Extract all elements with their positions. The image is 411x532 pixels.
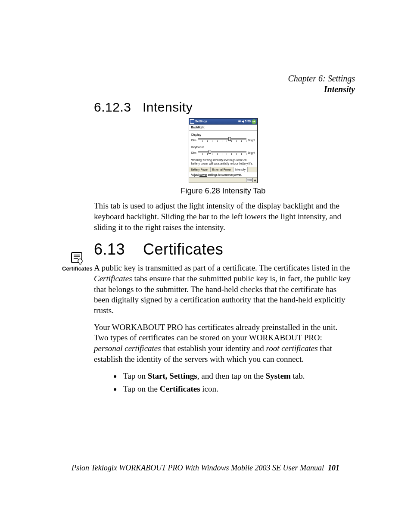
device-top-title: Settings bbox=[195, 120, 207, 123]
display-group-label: Display bbox=[191, 133, 255, 137]
keyboard-bright-label: Bright bbox=[248, 151, 255, 154]
figure-caption: Figure 6.28 Intensity Tab bbox=[94, 187, 352, 196]
paragraph-cert-1: A public key is transmitted as part of a… bbox=[94, 263, 352, 316]
figure-block: Settings ⇄ ◀ 5:59 ok Backlight Display D… bbox=[94, 118, 352, 196]
heading-6-12-3: 6.12.3 Intensity bbox=[94, 100, 352, 115]
device-power-link[interactable]: Adjust power settings to conserve power. bbox=[189, 172, 257, 177]
svg-point-4 bbox=[78, 259, 82, 263]
heading-title: Intensity bbox=[143, 100, 193, 114]
keyboard-group-label: Keyboard bbox=[191, 146, 255, 149]
margin-certificates-icon: Certificates bbox=[62, 252, 92, 272]
device-clock: 5:59 bbox=[245, 120, 251, 123]
heading-6-13: 6.13 Certificates bbox=[94, 240, 352, 258]
keyboard-dim-label: Dim bbox=[191, 151, 196, 154]
start-icon[interactable] bbox=[190, 119, 194, 124]
margin-icon-label: Certificates bbox=[62, 265, 92, 272]
device-tabs: Battery Power External Power Intensity bbox=[189, 167, 257, 172]
page-footer: Psion Teklogix WORKABOUT PRO With Window… bbox=[0, 464, 411, 473]
heading-number: 6.13 bbox=[94, 240, 125, 258]
ok-button[interactable]: ok bbox=[252, 119, 256, 124]
header-section: Intensity bbox=[288, 84, 355, 95]
header-chapter: Chapter 6: Settings bbox=[288, 73, 355, 84]
sip-menu-arrow-icon[interactable] bbox=[254, 179, 256, 181]
paragraph-intensity: This tab is used to adjust the light int… bbox=[94, 201, 352, 233]
list-item: Tap on Start, Settings, and then tap on … bbox=[121, 371, 352, 382]
volume-icon[interactable]: ◀ bbox=[242, 120, 244, 123]
tab-external-power[interactable]: External Power bbox=[211, 167, 234, 172]
footer-text: Psion Teklogix WORKABOUT PRO With Window… bbox=[72, 464, 324, 472]
page-number: 101 bbox=[328, 464, 339, 472]
display-bright-label: Bright bbox=[248, 139, 255, 142]
display-intensity-slider[interactable] bbox=[198, 137, 246, 143]
display-dim-label: Dim bbox=[191, 139, 196, 142]
keyboard-sip-icon[interactable] bbox=[246, 178, 253, 182]
connectivity-icon[interactable]: ⇄ bbox=[238, 120, 241, 123]
tab-battery-power[interactable]: Battery Power bbox=[189, 167, 211, 172]
device-topbar: Settings ⇄ ◀ 5:59 ok bbox=[189, 118, 257, 124]
device-sip-bar bbox=[189, 177, 257, 183]
keyboard-intensity-slider[interactable] bbox=[198, 150, 246, 156]
certificate-icon bbox=[70, 252, 84, 264]
running-header: Chapter 6: Settings Intensity bbox=[288, 73, 355, 95]
heading-title: Certificates bbox=[143, 240, 223, 258]
steps-list: Tap on Start, Settings, and then tap on … bbox=[94, 371, 352, 395]
list-item: Tap on the Certificates icon. bbox=[121, 384, 352, 395]
tab-intensity[interactable]: Intensity bbox=[234, 167, 248, 172]
device-warning: Warning: Setting intensity level high wh… bbox=[191, 159, 255, 165]
paragraph-cert-2: Your WORKABOUT PRO has certificates alre… bbox=[94, 322, 352, 365]
heading-number: 6.12.3 bbox=[94, 100, 131, 114]
device-screenshot: Settings ⇄ ◀ 5:59 ok Backlight Display D… bbox=[189, 118, 258, 183]
device-title: Backlight bbox=[189, 124, 257, 131]
